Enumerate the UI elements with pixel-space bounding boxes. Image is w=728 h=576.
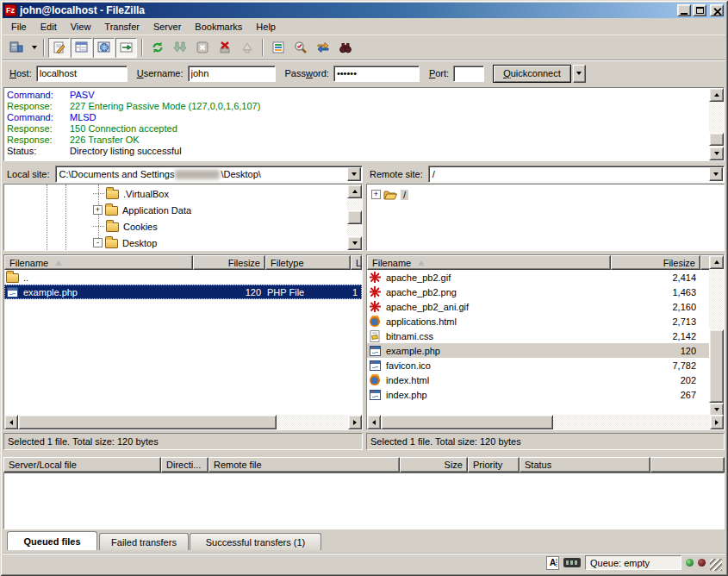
column-header-direction[interactable]: Directi... xyxy=(161,457,208,473)
column-header-status[interactable]: Status xyxy=(520,457,650,473)
scroll-up-button[interactable] xyxy=(709,88,724,102)
php-file-icon xyxy=(369,359,382,373)
quickconnect-button[interactable]: Quickconnect xyxy=(493,65,571,83)
tab-successful-transfers[interactable]: Successful transfers (1) xyxy=(190,533,321,550)
maximize-button[interactable] xyxy=(693,4,706,16)
log-line: Command:PASV xyxy=(4,90,706,101)
combo-dropdown-button[interactable] xyxy=(347,167,361,181)
tree-item-desktop[interactable]: -Desktop xyxy=(93,235,157,251)
log-scrollbar[interactable] xyxy=(709,88,724,160)
column-header-filetype[interactable]: Filetype xyxy=(265,255,351,270)
toggle-message-log-button[interactable] xyxy=(48,38,70,58)
file-row[interactable]: bitnami.css2,142 xyxy=(367,329,709,343)
scroll-thumb[interactable] xyxy=(18,415,277,429)
column-header-filename[interactable]: Filename xyxy=(367,255,611,270)
file-row-parent-dir[interactable]: .. xyxy=(4,270,362,285)
scroll-down-button[interactable] xyxy=(709,147,724,160)
username-input[interactable] xyxy=(188,66,276,82)
local-directory-tree[interactable]: .VirtualBox +Application Data Cookies -D… xyxy=(3,184,363,251)
tree-item-root[interactable]: + / xyxy=(371,186,408,203)
queue-size-panel: Queue: empty xyxy=(585,555,681,570)
menu-file[interactable]: File xyxy=(4,20,34,34)
tree-expand-icon[interactable]: + xyxy=(371,190,381,199)
scroll-right-button[interactable] xyxy=(348,415,362,429)
menu-edit[interactable]: Edit xyxy=(34,20,64,34)
refresh-button[interactable] xyxy=(146,38,168,58)
toggle-local-tree-button[interactable] xyxy=(71,38,92,58)
remote-list-hscrollbar[interactable] xyxy=(367,415,724,429)
local-tree-scrollbar[interactable] xyxy=(347,185,362,250)
combo-dropdown-button[interactable] xyxy=(709,167,723,181)
file-row[interactable]: apache_pb2.gif2,414 xyxy=(367,270,709,285)
site-manager-button[interactable] xyxy=(6,38,28,58)
column-header-filename[interactable]: Filename xyxy=(4,255,193,270)
column-header-remote-file[interactable]: Remote file xyxy=(208,457,400,473)
menu-server[interactable]: Server xyxy=(146,20,188,34)
queue-list[interactable] xyxy=(3,473,725,529)
remote-file-list: Filename Filesize apache_pb2.gif2,414 ap… xyxy=(366,254,725,430)
scroll-left-button[interactable] xyxy=(367,415,381,429)
password-input[interactable] xyxy=(333,66,420,82)
tree-collapse-icon[interactable]: - xyxy=(93,238,103,247)
toggle-transfer-queue-button[interactable] xyxy=(115,38,137,58)
port-input[interactable] xyxy=(453,66,484,82)
queue-header: Server/Local file Directi... Remote file… xyxy=(3,457,725,473)
file-row[interactable]: favicon.ico7,782 xyxy=(367,358,709,373)
toggle-remote-tree-button[interactable] xyxy=(93,38,115,58)
scroll-up-button[interactable] xyxy=(709,255,724,269)
scroll-thumb[interactable] xyxy=(709,329,724,403)
cancel-operation-button[interactable] xyxy=(191,38,213,58)
column-header-priority[interactable]: Priority xyxy=(468,457,520,473)
menu-bookmarks[interactable]: Bookmarks xyxy=(188,20,249,34)
filter-icon xyxy=(271,41,285,54)
file-row[interactable]: apache_pb2.png1,463 xyxy=(367,285,709,299)
remote-site-combobox[interactable]: / xyxy=(428,166,725,183)
file-row-selected[interactable]: example.php 120 PHP File 1 xyxy=(4,285,362,299)
host-input[interactable] xyxy=(36,66,128,82)
tree-expand-icon[interactable]: + xyxy=(93,205,103,215)
quickconnect-dropdown-button[interactable] xyxy=(573,65,586,83)
scroll-down-button[interactable] xyxy=(347,236,362,250)
scroll-thumb[interactable] xyxy=(347,210,362,224)
column-header-filesize[interactable]: Filesize xyxy=(193,255,265,270)
filter-button[interactable] xyxy=(267,38,289,58)
scroll-right-button[interactable] xyxy=(710,415,724,429)
column-header-filesize[interactable]: Filesize xyxy=(611,255,700,270)
process-queue-button[interactable] xyxy=(169,38,190,58)
column-header-server-local-file[interactable]: Server/Local file xyxy=(3,457,161,473)
remote-list-scrollbar[interactable] xyxy=(709,255,724,416)
menu-help[interactable]: Help xyxy=(249,20,283,34)
php-file-icon xyxy=(369,344,382,358)
file-row[interactable]: index.html202 xyxy=(367,373,709,387)
scroll-up-button[interactable] xyxy=(347,185,362,198)
remote-directory-tree[interactable]: + / xyxy=(366,184,725,251)
file-row[interactable]: index.php267 xyxy=(367,387,709,402)
scroll-thumb[interactable] xyxy=(381,415,553,429)
find-files-button[interactable] xyxy=(334,38,356,58)
file-row[interactable]: applications.html2,713 xyxy=(367,314,709,329)
menu-transfer[interactable]: Transfer xyxy=(97,20,146,34)
disconnect-button[interactable] xyxy=(214,38,235,58)
resize-grip[interactable] xyxy=(710,559,722,571)
reconnect-button[interactable] xyxy=(236,38,258,58)
scroll-left-button[interactable] xyxy=(4,415,18,429)
tree-item-virtualbox[interactable]: .VirtualBox xyxy=(93,185,169,202)
scroll-thumb[interactable] xyxy=(709,133,724,146)
minimize-button[interactable] xyxy=(677,4,691,16)
menu-view[interactable]: View xyxy=(64,20,98,34)
title-bar[interactable]: Fz john@localhost - FileZilla xyxy=(3,3,725,18)
close-button[interactable] xyxy=(710,4,724,16)
tab-queued-files[interactable]: Queued files xyxy=(7,531,97,550)
tab-failed-transfers[interactable]: Failed transfers xyxy=(99,533,189,550)
synchronized-browsing-button[interactable] xyxy=(312,38,333,58)
tree-item-cookies[interactable]: Cookies xyxy=(93,218,158,235)
column-header-size[interactable]: Size xyxy=(400,457,468,473)
local-list-hscrollbar[interactable] xyxy=(4,415,362,429)
file-row[interactable]: apache_pb2_ani.gif2,160 xyxy=(367,299,709,314)
directory-comparison-button[interactable] xyxy=(289,38,311,58)
local-site-combobox[interactable]: C:\Documents and Settings\Desktop\ xyxy=(55,166,363,183)
tree-item-application-data[interactable]: +Application Data xyxy=(93,202,191,218)
site-manager-dropdown-button[interactable] xyxy=(28,38,40,58)
file-row-selected[interactable]: example.php120 xyxy=(367,343,709,358)
column-header-last-modified[interactable]: L xyxy=(351,255,362,270)
